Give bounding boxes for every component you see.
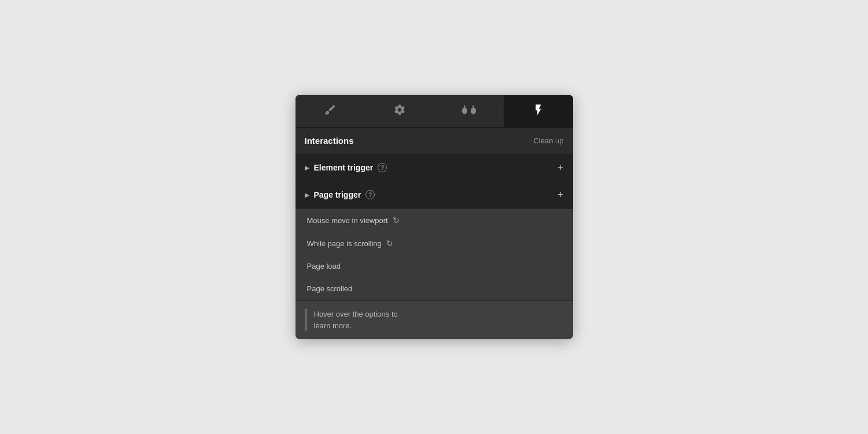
page-trigger-help-icon[interactable]: ? xyxy=(365,190,375,199)
menu-item-page-scrolled[interactable]: Page scrolled xyxy=(296,277,573,300)
drops-icon xyxy=(460,105,478,118)
tab-drops[interactable] xyxy=(434,95,504,127)
cleanup-button[interactable]: Clean up xyxy=(533,136,563,145)
svg-point-1 xyxy=(470,107,475,114)
info-border xyxy=(305,309,307,331)
bolt-icon xyxy=(532,103,545,119)
tab-bolt[interactable] xyxy=(504,95,573,127)
panel-header: Interactions Clean up xyxy=(296,128,573,154)
menu-item-page-load-label: Page load xyxy=(307,262,341,270)
element-trigger-help-icon[interactable]: ? xyxy=(378,163,387,172)
element-trigger-add-icon[interactable]: + xyxy=(557,162,564,173)
menu-item-mouse-move[interactable]: Mouse move in viewport ↻ xyxy=(296,209,573,232)
interactions-panel: Interactions Clean up ▶ Element trigger … xyxy=(296,95,573,339)
element-trigger-left: ▶ Element trigger ? xyxy=(305,163,387,172)
menu-item-while-scrolling[interactable]: While page is scrolling ↻ xyxy=(296,232,573,255)
page-trigger-dropdown: Mouse move in viewport ↻ While page is s… xyxy=(296,209,573,301)
tab-gear[interactable] xyxy=(365,95,434,127)
element-trigger-chevron: ▶ xyxy=(305,165,309,171)
page-trigger-left: ▶ Page trigger ? xyxy=(305,190,375,199)
page-trigger-chevron: ▶ xyxy=(305,192,309,198)
page-trigger-add-icon[interactable]: + xyxy=(557,190,564,200)
panel-title: Interactions xyxy=(305,136,354,146)
element-trigger-label: Element trigger xyxy=(314,163,374,172)
menu-item-while-scrolling-label: While page is scrolling xyxy=(307,239,382,248)
brush-icon xyxy=(324,103,337,119)
gear-icon xyxy=(393,103,406,119)
info-box: Hover over the options tolearn more. xyxy=(296,301,573,339)
tab-brush[interactable] xyxy=(296,95,365,127)
tab-bar xyxy=(296,95,573,128)
element-trigger-row[interactable]: ▶ Element trigger ? + xyxy=(296,154,573,181)
menu-item-page-scrolled-label: Page scrolled xyxy=(307,284,353,293)
menu-item-mouse-move-label: Mouse move in viewport xyxy=(307,216,388,225)
svg-point-0 xyxy=(461,107,467,114)
cycle-icon-mouse-move: ↻ xyxy=(393,216,400,225)
info-text: Hover over the options tolearn more. xyxy=(314,309,398,331)
cycle-icon-while-scrolling: ↻ xyxy=(386,239,393,248)
page-trigger-label: Page trigger xyxy=(314,190,361,199)
page-trigger-row[interactable]: ▶ Page trigger ? + xyxy=(296,181,573,209)
menu-item-page-load[interactable]: Page load xyxy=(296,255,573,277)
